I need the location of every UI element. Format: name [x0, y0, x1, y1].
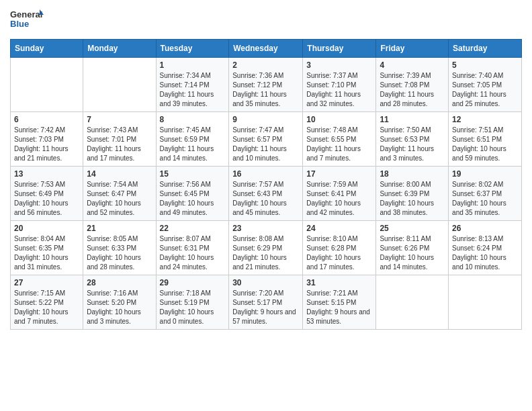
day-info: Sunrise: 7:20 AM Sunset: 5:17 PM Dayligh…: [232, 289, 299, 326]
day-cell: 7Sunrise: 7:43 AM Sunset: 7:01 PM Daylig…: [83, 112, 156, 167]
header-tuesday: Tuesday: [156, 40, 229, 58]
day-number: 5: [452, 60, 518, 70]
day-number: 4: [380, 60, 445, 70]
day-info: Sunrise: 8:02 AM Sunset: 6:37 PM Dayligh…: [452, 180, 518, 218]
day-number: 7: [87, 115, 152, 124]
day-info: Sunrise: 7:45 AM Sunset: 6:59 PM Dayligh…: [160, 126, 226, 163]
day-cell: 27Sunrise: 7:15 AM Sunset: 5:22 PM Dayli…: [11, 275, 83, 330]
day-info: Sunrise: 7:59 AM Sunset: 6:41 PM Dayligh…: [306, 180, 372, 218]
day-number: 26: [452, 224, 518, 233]
day-cell: 16Sunrise: 7:57 AM Sunset: 6:43 PM Dayli…: [229, 167, 303, 221]
day-info: Sunrise: 7:39 AM Sunset: 7:08 PM Dayligh…: [380, 71, 445, 109]
day-info: Sunrise: 7:21 AM Sunset: 5:15 PM Dayligh…: [306, 289, 372, 326]
day-cell: 4Sunrise: 7:39 AM Sunset: 7:08 PM Daylig…: [376, 58, 449, 112]
day-number: 19: [452, 169, 518, 179]
day-info: Sunrise: 7:51 AM Sunset: 6:51 PM Dayligh…: [452, 126, 518, 163]
day-cell: [376, 275, 449, 330]
week-row-5: 27Sunrise: 7:15 AM Sunset: 5:22 PM Dayli…: [11, 275, 522, 330]
day-number: 28: [87, 278, 152, 287]
day-info: Sunrise: 7:18 AM Sunset: 5:19 PM Dayligh…: [160, 289, 226, 326]
day-number: 27: [14, 278, 79, 287]
day-cell: 14Sunrise: 7:54 AM Sunset: 6:47 PM Dayli…: [83, 167, 156, 221]
day-info: Sunrise: 8:04 AM Sunset: 6:35 PM Dayligh…: [14, 234, 79, 272]
svg-text:Blue: Blue: [10, 19, 29, 29]
day-cell: 1Sunrise: 7:34 AM Sunset: 7:14 PM Daylig…: [156, 58, 229, 112]
day-info: Sunrise: 7:50 AM Sunset: 6:53 PM Dayligh…: [380, 126, 445, 163]
day-info: Sunrise: 7:53 AM Sunset: 6:49 PM Dayligh…: [14, 180, 79, 218]
calendar-table: Sunday Monday Tuesday Wednesday Thursday…: [10, 39, 522, 330]
header-sunday: Sunday: [11, 40, 83, 58]
day-number: 14: [87, 169, 152, 179]
page: General Blue Sunday Monday Tuesday Wedne…: [0, 0, 532, 411]
day-cell: 10Sunrise: 7:48 AM Sunset: 6:55 PM Dayli…: [303, 112, 376, 167]
day-cell: 19Sunrise: 8:02 AM Sunset: 6:37 PM Dayli…: [449, 167, 522, 221]
day-info: Sunrise: 7:40 AM Sunset: 7:05 PM Dayligh…: [452, 71, 518, 109]
day-info: Sunrise: 7:34 AM Sunset: 7:14 PM Dayligh…: [160, 71, 226, 109]
day-number: 15: [160, 169, 226, 179]
day-number: 18: [380, 169, 445, 179]
day-number: 9: [232, 115, 299, 124]
day-number: 21: [87, 224, 152, 233]
day-info: Sunrise: 7:54 AM Sunset: 6:47 PM Dayligh…: [87, 180, 152, 218]
day-cell: 11Sunrise: 7:50 AM Sunset: 6:53 PM Dayli…: [376, 112, 449, 167]
day-number: 22: [160, 224, 226, 233]
day-info: Sunrise: 8:13 AM Sunset: 6:24 PM Dayligh…: [452, 234, 518, 272]
day-cell: 18Sunrise: 8:00 AM Sunset: 6:39 PM Dayli…: [376, 167, 449, 221]
day-info: Sunrise: 7:36 AM Sunset: 7:12 PM Dayligh…: [232, 71, 299, 109]
day-info: Sunrise: 8:00 AM Sunset: 6:39 PM Dayligh…: [380, 180, 445, 218]
day-info: Sunrise: 7:48 AM Sunset: 6:55 PM Dayligh…: [306, 126, 372, 163]
day-cell: 8Sunrise: 7:45 AM Sunset: 6:59 PM Daylig…: [156, 112, 229, 167]
week-row-4: 20Sunrise: 8:04 AM Sunset: 6:35 PM Dayli…: [11, 221, 522, 275]
logo-svg: General Blue: [10, 7, 44, 34]
day-cell: 15Sunrise: 7:56 AM Sunset: 6:45 PM Dayli…: [156, 167, 229, 221]
day-info: Sunrise: 7:16 AM Sunset: 5:20 PM Dayligh…: [87, 289, 152, 326]
header-thursday: Thursday: [303, 40, 376, 58]
header: General Blue: [10, 7, 522, 34]
week-row-1: 1Sunrise: 7:34 AM Sunset: 7:14 PM Daylig…: [11, 58, 522, 112]
day-cell: 22Sunrise: 8:07 AM Sunset: 6:31 PM Dayli…: [156, 221, 229, 275]
day-info: Sunrise: 7:57 AM Sunset: 6:43 PM Dayligh…: [232, 180, 299, 218]
day-cell: 29Sunrise: 7:18 AM Sunset: 5:19 PM Dayli…: [156, 275, 229, 330]
week-row-3: 13Sunrise: 7:53 AM Sunset: 6:49 PM Dayli…: [11, 167, 522, 221]
day-info: Sunrise: 7:37 AM Sunset: 7:10 PM Dayligh…: [306, 71, 372, 109]
header-saturday: Saturday: [449, 40, 522, 58]
day-number: 10: [306, 115, 372, 124]
day-info: Sunrise: 8:10 AM Sunset: 6:28 PM Dayligh…: [306, 234, 372, 272]
day-cell: 9Sunrise: 7:47 AM Sunset: 6:57 PM Daylig…: [229, 112, 303, 167]
day-info: Sunrise: 8:11 AM Sunset: 6:26 PM Dayligh…: [380, 234, 445, 272]
day-number: 6: [14, 115, 79, 124]
day-info: Sunrise: 8:05 AM Sunset: 6:33 PM Dayligh…: [87, 234, 152, 272]
day-cell: 20Sunrise: 8:04 AM Sunset: 6:35 PM Dayli…: [11, 221, 83, 275]
day-cell: 2Sunrise: 7:36 AM Sunset: 7:12 PM Daylig…: [229, 58, 303, 112]
header-monday: Monday: [83, 40, 156, 58]
day-cell: 24Sunrise: 8:10 AM Sunset: 6:28 PM Dayli…: [303, 221, 376, 275]
day-cell: 23Sunrise: 8:08 AM Sunset: 6:29 PM Dayli…: [229, 221, 303, 275]
day-number: 11: [380, 115, 445, 124]
day-cell: 30Sunrise: 7:20 AM Sunset: 5:17 PM Dayli…: [229, 275, 303, 330]
day-number: 25: [380, 224, 445, 233]
day-cell: 28Sunrise: 7:16 AM Sunset: 5:20 PM Dayli…: [83, 275, 156, 330]
day-info: Sunrise: 8:08 AM Sunset: 6:29 PM Dayligh…: [232, 234, 299, 272]
day-cell: 25Sunrise: 8:11 AM Sunset: 6:26 PM Dayli…: [376, 221, 449, 275]
day-info: Sunrise: 7:43 AM Sunset: 7:01 PM Dayligh…: [87, 126, 152, 163]
day-cell: 3Sunrise: 7:37 AM Sunset: 7:10 PM Daylig…: [303, 58, 376, 112]
day-number: 30: [232, 278, 299, 287]
day-cell: 17Sunrise: 7:59 AM Sunset: 6:41 PM Dayli…: [303, 167, 376, 221]
day-number: 24: [306, 224, 372, 233]
day-info: Sunrise: 8:07 AM Sunset: 6:31 PM Dayligh…: [160, 234, 226, 272]
day-cell: [11, 58, 83, 112]
day-cell: 31Sunrise: 7:21 AM Sunset: 5:15 PM Dayli…: [303, 275, 376, 330]
day-number: 1: [160, 60, 226, 70]
day-info: Sunrise: 7:42 AM Sunset: 7:03 PM Dayligh…: [14, 126, 79, 163]
day-number: 20: [14, 224, 79, 233]
day-cell: 26Sunrise: 8:13 AM Sunset: 6:24 PM Dayli…: [449, 221, 522, 275]
day-cell: 5Sunrise: 7:40 AM Sunset: 7:05 PM Daylig…: [449, 58, 522, 112]
day-cell: 6Sunrise: 7:42 AM Sunset: 7:03 PM Daylig…: [11, 112, 83, 167]
week-row-2: 6Sunrise: 7:42 AM Sunset: 7:03 PM Daylig…: [11, 112, 522, 167]
day-info: Sunrise: 7:15 AM Sunset: 5:22 PM Dayligh…: [14, 289, 79, 326]
day-number: 17: [306, 169, 372, 179]
day-cell: 12Sunrise: 7:51 AM Sunset: 6:51 PM Dayli…: [449, 112, 522, 167]
day-info: Sunrise: 7:56 AM Sunset: 6:45 PM Dayligh…: [160, 180, 226, 218]
day-info: Sunrise: 7:47 AM Sunset: 6:57 PM Dayligh…: [232, 126, 299, 163]
day-cell: 21Sunrise: 8:05 AM Sunset: 6:33 PM Dayli…: [83, 221, 156, 275]
